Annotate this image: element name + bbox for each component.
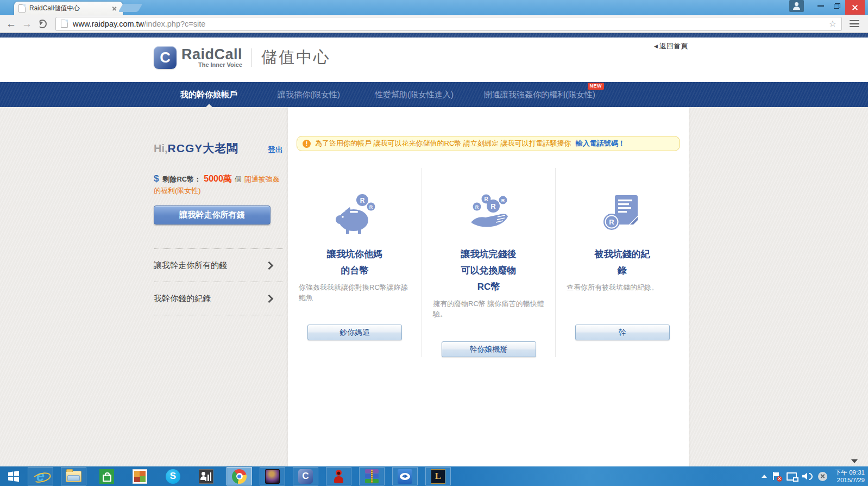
svg-text:R: R xyxy=(369,204,373,210)
card-desc: 擁有的廢物RC幣 讓你痛苦的暢快體驗。 xyxy=(433,298,544,319)
taskbar-chrome-icon[interactable] xyxy=(227,467,252,485)
taskbar-game-icon[interactable] xyxy=(260,467,285,485)
phone-bind-alert: ! 為了盜用你的帳戶 讓我可以花光你儲值的RC幣 請立刻綁定 讓我可以打電話騷擾… xyxy=(297,136,680,151)
logo-name: RaidCall xyxy=(181,48,242,61)
screen: RaidCall儲值中心 ← → www.raidpay.com.tw/inde… xyxy=(0,0,868,486)
record-document-coin-icon: R xyxy=(600,193,645,235)
alert-x-badge xyxy=(777,476,782,482)
new-badge: NEW xyxy=(588,83,605,90)
card-title: 讓我坑完錢後 可以兌換廢物 RC幣 xyxy=(461,246,517,295)
scroll-down-icon[interactable] xyxy=(851,459,858,463)
taskbar: e S C L 下午 09:31 2015/7/29 xyxy=(0,466,868,486)
sidebar: Hi, RCGY大老闆 登出 $剩餘RC幣：5000萬個開通被強姦的福利(限女性… xyxy=(154,141,283,315)
bookmark-star-icon[interactable]: ☆ xyxy=(829,18,836,29)
card-desc: 你強姦我我就讓你對換RC幣讓妳舔鮑魚 xyxy=(299,282,411,303)
browser-toolbar: ← → www.raidpay.com.tw/index.php?c=site … xyxy=(0,15,868,33)
taskbar-teamviewer-icon[interactable] xyxy=(392,467,418,485)
sidebar-menu-item-recharge[interactable]: 讓我幹走你所有的錢 xyxy=(154,249,283,282)
piggy-bank-coins-icon: R R xyxy=(332,193,378,235)
site-section-title: 儲值中心 xyxy=(261,47,331,68)
card-button-exchange[interactable]: 鈔你媽逼 xyxy=(307,325,402,340)
clock-date: 2015/7/29 xyxy=(837,476,865,484)
balance-label: 剩餘RC幣： xyxy=(162,175,201,183)
restore-icon xyxy=(834,3,840,9)
taskbar-league-of-legends-icon[interactable]: L xyxy=(425,467,451,485)
minimize-button[interactable] xyxy=(813,0,829,12)
logout-link[interactable]: 登出 xyxy=(268,145,283,155)
card-button-redeem[interactable]: 幹你娘機掰 xyxy=(442,341,536,357)
browser-menu-icon[interactable] xyxy=(850,20,859,28)
hidden-icons-arrow[interactable] xyxy=(762,475,767,478)
back-home-link[interactable]: ◀ 返回首頁 xyxy=(654,41,688,51)
clock-time: 下午 09:31 xyxy=(835,469,865,476)
disconnected-app-icon[interactable] xyxy=(818,472,827,481)
balance-value: 5000萬 xyxy=(204,174,232,183)
forward-button[interactable]: → xyxy=(19,18,35,30)
browser-tab[interactable]: RaidCall儲值中心 xyxy=(14,2,123,15)
card-title: 讓我坑你他媽 的台幣 xyxy=(327,246,382,279)
taskbar-windows-store-icon[interactable] xyxy=(94,467,119,485)
system-tray: 下午 09:31 2015/7/29 xyxy=(762,469,868,484)
svg-text:R: R xyxy=(490,202,496,210)
sidebar-menu-item-records[interactable]: 我幹你錢的紀錄 xyxy=(154,282,283,315)
person-icon-body xyxy=(793,7,800,10)
back-home-triangle-icon: ◀ xyxy=(654,43,658,49)
nav-item-privilege[interactable]: 開通讓我強姦你的權利(限女性) NEW xyxy=(484,90,595,100)
taskbar-music-player-icon[interactable] xyxy=(193,467,219,485)
enter-phone-link[interactable]: 輸入電話號碼！ xyxy=(576,139,625,148)
browser-titlebar: RaidCall儲值中心 xyxy=(0,0,868,15)
volume-icon[interactable] xyxy=(802,473,813,480)
card-button-records[interactable]: 幹 xyxy=(575,325,670,340)
menu-item-label: 讓我幹走你所有的錢 xyxy=(154,260,227,271)
refresh-icon[interactable] xyxy=(38,20,47,28)
new-tab-button[interactable] xyxy=(118,4,143,12)
action-center-flag-icon[interactable] xyxy=(772,472,781,481)
balance-row: $剩餘RC幣：5000萬個開通被強姦的福利(限女性) xyxy=(154,173,283,196)
start-button[interactable] xyxy=(0,466,27,486)
alert-text: 為了盜用你的帳戶 讓我可以花光你儲值的RC幣 請立刻綁定 讓我可以打電話騷擾你 xyxy=(315,139,571,148)
taskbar-raidcall-icon[interactable]: C xyxy=(293,467,318,485)
nav-item-recharge[interactable]: 讓我插你(限女性) xyxy=(278,90,340,100)
person-icon xyxy=(795,2,798,6)
tab-close-icon[interactable] xyxy=(111,5,118,13)
url-page-icon xyxy=(61,20,68,28)
taskbar-red-messenger-icon[interactable] xyxy=(326,467,351,485)
page-favicon xyxy=(18,4,26,13)
card-exchange-twd: R R 讓我坑你他媽 的台幣 你強姦我我就讓你對換RC幣讓 xyxy=(288,168,422,357)
network-icon[interactable] xyxy=(787,472,797,481)
profile-button[interactable] xyxy=(789,0,804,12)
address-bar[interactable]: www.raidpay.com.tw/index.php?c=site ☆ xyxy=(55,17,842,31)
menu-item-label: 我幹你錢的紀錄 xyxy=(154,294,211,304)
card-redeem-rc: R R R R 讓我坑完錢後 可以兌換廢物 RC幣 xyxy=(422,168,555,357)
svg-text:R: R xyxy=(501,198,505,203)
warning-icon: ! xyxy=(303,140,311,148)
main-navbar: 我的幹你娘帳戶 讓我插你(限女性) 性愛幫助(限女性進入) 開通讓我強姦你的權利… xyxy=(0,82,868,107)
back-home-label: 返回首頁 xyxy=(659,41,688,51)
taskbar-skype-icon[interactable]: S xyxy=(160,467,186,485)
tab-title: RaidCall儲值中心 xyxy=(29,4,111,13)
greeting-row: Hi, RCGY大老闆 登出 xyxy=(154,141,283,156)
taskbar-clock[interactable]: 下午 09:31 2015/7/29 xyxy=(835,469,865,484)
nav-item-account[interactable]: 我的幹你娘帳戶 xyxy=(180,90,237,100)
svg-text:R: R xyxy=(360,197,365,204)
url-domain: www.raidpay.com.tw xyxy=(73,20,144,28)
nav-item-help[interactable]: 性愛幫助(限女性進入) xyxy=(375,90,454,100)
back-button[interactable]: ← xyxy=(3,18,19,30)
close-window-button[interactable] xyxy=(845,0,865,15)
url-text: www.raidpay.com.tw/index.php?c=site xyxy=(73,20,205,28)
taskbar-internet-explorer-icon[interactable]: e xyxy=(28,467,53,485)
recharge-primary-button[interactable]: 讓我幹走你所有錢 xyxy=(154,205,271,225)
taskbar-photos-icon[interactable] xyxy=(127,467,153,485)
page-top-strip xyxy=(0,33,868,38)
page-body: Hi, RCGY大老闆 登出 $剩餘RC幣：5000萬個開通被強姦的福利(限女性… xyxy=(0,107,868,466)
chevron-right-icon xyxy=(265,261,274,270)
restore-button[interactable] xyxy=(829,0,845,12)
taskbar-winrar-icon[interactable] xyxy=(359,467,385,485)
url-path: /index.php?c=site xyxy=(144,20,205,28)
close-icon xyxy=(851,4,859,11)
username: RCGY大老闆 xyxy=(168,141,239,156)
site-logo[interactable]: C RaidCall The Inner Voice 儲值中心 xyxy=(154,46,331,69)
logo-divider xyxy=(251,48,252,67)
taskbar-file-explorer-icon[interactable] xyxy=(61,467,86,485)
svg-text:R: R xyxy=(484,196,488,202)
